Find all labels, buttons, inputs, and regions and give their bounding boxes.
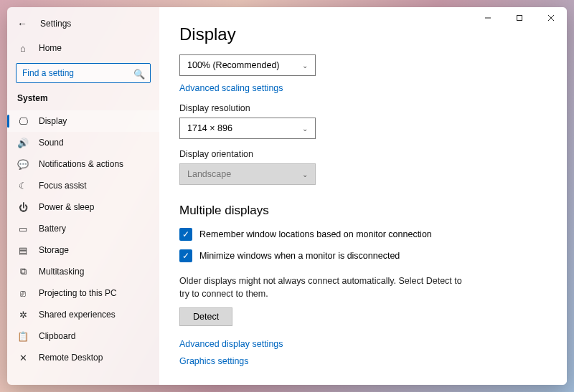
main-content: Display 100% (Recommended) ⌄ Advanced sc… xyxy=(159,7,567,385)
resolution-label: Display resolution xyxy=(179,103,547,113)
svg-rect-1 xyxy=(517,16,522,21)
detect-description: Older displays might not always connect … xyxy=(179,275,466,300)
settings-window: ← Settings ⌂ Home 🔍 System 🖵Display🔊Soun… xyxy=(7,7,567,385)
sidebar-item-multitasking[interactable]: ⧉Multitasking xyxy=(7,261,159,282)
sidebar-item-remote-desktop[interactable]: ✕Remote Desktop xyxy=(7,347,159,368)
checkbox-checked-icon: ✓ xyxy=(179,228,192,241)
advanced-scaling-link[interactable]: Advanced scaling settings xyxy=(179,83,547,93)
power-icon: ⏻ xyxy=(17,202,29,213)
sidebar-item-label: Focus assist xyxy=(39,181,87,191)
sidebar-item-label: Projecting to this PC xyxy=(39,288,117,298)
sound-icon: 🔊 xyxy=(17,138,29,148)
sidebar-item-sound[interactable]: 🔊Sound xyxy=(7,132,159,153)
battery-icon: ▭ xyxy=(17,224,29,234)
home-icon: ⌂ xyxy=(17,43,29,54)
minimize-checkbox-row[interactable]: ✓ Minimize windows when a monitor is dis… xyxy=(179,249,547,262)
remember-label: Remember window locations based on monit… xyxy=(199,229,432,239)
chevron-down-icon: ⌄ xyxy=(302,171,308,178)
display-icon: 🖵 xyxy=(17,116,29,127)
sidebar-item-storage[interactable]: ▤Storage xyxy=(7,239,159,261)
remember-checkbox-row[interactable]: ✓ Remember window locations based on mon… xyxy=(179,228,547,241)
sidebar-item-shared-experiences[interactable]: ✲Shared experiences xyxy=(7,304,159,325)
scale-dropdown[interactable]: 100% (Recommended) ⌄ xyxy=(179,54,316,76)
clipboard-icon: 📋 xyxy=(17,331,29,342)
maximize-button[interactable] xyxy=(504,7,535,29)
sidebar-item-label: Sound xyxy=(39,138,64,148)
home-nav[interactable]: ⌂ Home xyxy=(7,37,159,59)
orientation-value: Landscape xyxy=(187,169,231,179)
sidebar-item-label: Remote Desktop xyxy=(39,353,103,363)
storage-icon: ▤ xyxy=(17,245,29,256)
resolution-dropdown[interactable]: 1714 × 896 ⌄ xyxy=(179,118,316,139)
sidebar-item-clipboard[interactable]: 📋Clipboard xyxy=(7,325,159,347)
window-title: Settings xyxy=(40,19,71,29)
projecting-icon: ⎚ xyxy=(17,288,29,299)
chevron-down-icon: ⌄ xyxy=(302,62,308,70)
detect-button[interactable]: Detect xyxy=(179,307,232,326)
sidebar-section-label: System xyxy=(7,89,159,107)
sidebar-item-label: Clipboard xyxy=(39,331,75,341)
scale-value: 100% (Recommended) xyxy=(187,60,280,70)
sidebar-item-projecting-to-this-pc[interactable]: ⎚Projecting to this PC xyxy=(7,282,159,304)
sidebar-item-power-sleep[interactable]: ⏻Power & sleep xyxy=(7,196,159,218)
orientation-dropdown: Landscape ⌄ xyxy=(179,163,316,185)
sidebar-item-label: Storage xyxy=(39,245,69,255)
sidebar-item-notifications-actions[interactable]: 💬Notifications & actions xyxy=(7,153,159,175)
sidebar-item-label: Multitasking xyxy=(39,267,84,277)
chevron-down-icon: ⌄ xyxy=(302,125,308,133)
graphics-settings-link[interactable]: Graphics settings xyxy=(179,356,547,366)
sidebar-item-label: Shared experiences xyxy=(39,310,116,320)
sidebar-item-label: Display xyxy=(39,116,67,126)
sidebar-item-label: Power & sleep xyxy=(39,202,94,212)
minimize-label: Minimize windows when a monitor is disco… xyxy=(199,251,400,261)
sidebar-item-focus-assist[interactable]: ☾Focus assist xyxy=(7,175,159,196)
sidebar: ← Settings ⌂ Home 🔍 System 🖵Display🔊Soun… xyxy=(7,7,159,385)
close-button[interactable] xyxy=(535,7,567,29)
focus-icon: ☾ xyxy=(17,181,29,191)
resolution-value: 1714 × 896 xyxy=(187,123,232,133)
nav-list: 🖵Display🔊Sound💬Notifications & actions☾F… xyxy=(7,110,159,368)
shared-icon: ✲ xyxy=(17,310,29,320)
sidebar-item-label: Notifications & actions xyxy=(39,159,123,169)
home-label: Home xyxy=(39,43,62,53)
multiple-displays-heading: Multiple displays xyxy=(179,204,547,218)
sidebar-item-display[interactable]: 🖵Display xyxy=(7,110,159,132)
search-input[interactable] xyxy=(16,63,151,83)
sidebar-item-label: Battery xyxy=(39,224,66,234)
orientation-label: Display orientation xyxy=(179,149,547,159)
remote-icon: ✕ xyxy=(17,353,29,363)
notifications-icon: 💬 xyxy=(17,159,29,170)
checkbox-checked-icon: ✓ xyxy=(179,249,192,262)
minimize-button[interactable] xyxy=(472,7,504,29)
multitasking-icon: ⧉ xyxy=(17,266,29,277)
search-icon: 🔍 xyxy=(133,69,145,80)
back-button[interactable]: ← xyxy=(17,18,27,29)
sidebar-item-battery[interactable]: ▭Battery xyxy=(7,218,159,239)
window-controls xyxy=(472,7,567,29)
advanced-display-link[interactable]: Advanced display settings xyxy=(179,339,547,349)
